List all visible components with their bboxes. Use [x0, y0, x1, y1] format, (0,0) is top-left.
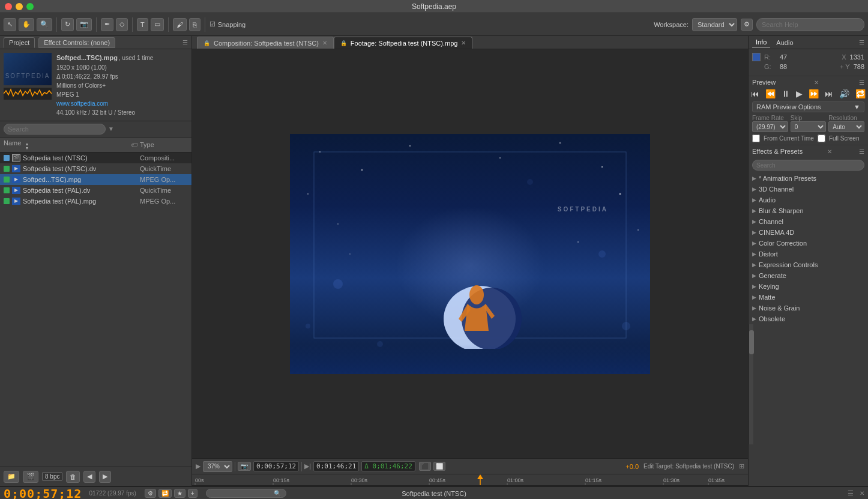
file-item[interactable]: ▶ Softpedia test (PAL).dv QuickTime [0, 185, 191, 196]
effects-item-expression-controls[interactable]: ▶ Expression Controls [749, 259, 868, 270]
file-item[interactable]: ▶ Softpedia test (PAL).mpg MPEG Op... [0, 196, 191, 207]
play-stop-btn[interactable]: ⏸ [780, 88, 792, 99]
file-icon-video2: ▶ [12, 176, 20, 183]
scroll-left-btn[interactable]: ◀ [83, 471, 95, 483]
tool-type[interactable]: T [137, 18, 148, 31]
step-forward-btn[interactable]: ⏩ [807, 88, 821, 99]
frame-rate-select[interactable]: (29.97) [752, 121, 788, 132]
workspace-icon[interactable]: ⚙ [741, 19, 753, 31]
from-current-time-checkbox[interactable] [752, 135, 760, 142]
info-tab[interactable]: Info [752, 37, 770, 47]
snapping-toggle[interactable]: ☑ Snapping [209, 20, 246, 28]
preview-menu-btn[interactable]: ☰ [859, 79, 864, 86]
preview-close-btn[interactable]: ✕ [814, 79, 819, 86]
comp-tab-close-1[interactable]: ✕ [322, 40, 327, 46]
maximize-window-btn[interactable] [26, 3, 34, 10]
effects-item-animation-presets[interactable]: ▶ * Animation Presets [749, 173, 868, 184]
new-composition-btn[interactable]: 🎬 [23, 471, 38, 483]
filter-label-btn[interactable]: 🏷 [128, 139, 140, 151]
search-options-btn[interactable]: ▼ [108, 126, 114, 132]
timecode-in[interactable]: 0;01;46;21 [313, 461, 359, 471]
audio-tab[interactable]: Audio [773, 38, 797, 47]
tl-btn-switches[interactable]: ⚙ [145, 489, 156, 498]
file-item[interactable]: 🎬 Softpedia test (NTSC) Compositi... [0, 153, 191, 163]
footage-tab-1[interactable]: 🔒 Footage: Softpedia test (NTSC).mpg ✕ [334, 37, 473, 49]
new-folder-btn[interactable]: 📁 [4, 471, 19, 483]
loop-btn[interactable]: 🔁 [854, 88, 867, 99]
effects-item-color-correction[interactable]: ▶ Color Correction [749, 238, 868, 249]
zoom-select[interactable]: 37% [203, 461, 232, 472]
sort-arrows[interactable]: ▲▼ [25, 142, 29, 150]
tool-zoom[interactable]: 🔍 [37, 18, 52, 31]
effects-item-generate[interactable]: ▶ Generate [749, 270, 868, 281]
tool-brush[interactable]: 🖌 [173, 18, 187, 31]
viewer-menu-btn[interactable]: ▶ [196, 462, 200, 470]
tool-mask[interactable]: ◇ [116, 18, 128, 31]
tool-camera[interactable]: 📷 [76, 18, 92, 31]
tool-shape[interactable]: ▭ [151, 18, 164, 31]
minimize-window-btn[interactable] [16, 3, 23, 10]
svg-point-11 [577, 241, 579, 243]
effects-item-blur-sharpen[interactable]: ▶ Blur & Sharpen [749, 205, 868, 216]
effects-item-audio[interactable]: ▶ Audio [749, 195, 868, 205]
viewer-frame-advance[interactable]: 📷 [238, 462, 251, 471]
effects-item-obsolete[interactable]: ▶ Obsolete [749, 313, 868, 324]
effects-scrollbar-thumb[interactable] [749, 330, 754, 354]
footage-tab-close-1[interactable]: ✕ [461, 40, 466, 46]
effects-item-cinema4d[interactable]: ▶ CINEMA 4D [749, 227, 868, 238]
tool-rotate[interactable]: ↻ [61, 18, 74, 31]
svg-point-12 [333, 279, 343, 289]
search-help-input[interactable] [756, 18, 864, 31]
play-btn[interactable]: ▶ [794, 88, 804, 99]
toolbar-sep-3 [132, 17, 133, 32]
viewer-region-btn[interactable]: ⬜ [433, 462, 445, 471]
effects-item-3d-channel[interactable]: ▶ 3D Channel [749, 184, 868, 195]
full-screen-checkbox[interactable] [818, 135, 825, 142]
effects-item-noise-grain[interactable]: ▶ Noise & Grain [749, 303, 868, 313]
comp-tab-1[interactable]: 🔒 Composition: Softpedia test (NTSC) ✕ [197, 37, 334, 49]
effect-controls-tab[interactable]: Effect Controls: (none) [38, 37, 115, 48]
info-row-g: G: 88 + Y 788 [752, 62, 864, 71]
resolution-select[interactable]: Auto [828, 121, 864, 132]
tool-arrow[interactable]: ↖ [4, 18, 16, 31]
viewer-jump-in[interactable]: ▶| [304, 462, 311, 470]
tl-btn-mode[interactable]: 🔁 [158, 489, 172, 498]
tool-hand[interactable]: ✋ [19, 18, 34, 31]
panel-menu-btn[interactable]: ☰ [182, 39, 188, 46]
file-item[interactable]: ▶ Softpedia test (NTSC).dv QuickTime [0, 163, 191, 174]
project-tab[interactable]: Project [4, 37, 35, 48]
viewer-fullscreen-btn[interactable]: ⊞ [739, 462, 744, 470]
viewer-snap-btn[interactable]: ⬛ [419, 462, 431, 471]
step-back-btn[interactable]: ⏪ [764, 88, 777, 99]
tl-btn-solo[interactable]: ★ [174, 489, 185, 498]
timeline-close-btn[interactable]: ✕ [860, 490, 864, 497]
timeline-timecode[interactable]: 0;00;57;12 [4, 486, 82, 500]
effects-item-distort[interactable]: ▶ Distort [749, 249, 868, 259]
effects-item-keying[interactable]: ▶ Keying [749, 281, 868, 292]
effects-search-input[interactable] [752, 160, 864, 171]
effects-scrollbar[interactable] [749, 324, 753, 444]
skip-to-start-btn[interactable]: ⏮ [749, 88, 761, 99]
effects-item-channel[interactable]: ▶ Channel [749, 216, 868, 227]
file-item[interactable]: ▶ Softped...TSC).mpg MPEG Op... [0, 174, 191, 185]
timeline-framerate: 01722 (29.97 fps) [89, 490, 136, 497]
effects-item-matte[interactable]: ▶ Matte [749, 292, 868, 303]
skip-select[interactable]: 0 [791, 121, 827, 132]
close-window-btn[interactable] [5, 3, 12, 10]
timecode-display[interactable]: 0;00;57;12 [253, 461, 299, 471]
effects-close-btn[interactable]: ✕ [827, 148, 832, 155]
tool-pen[interactable]: ✒ [101, 18, 113, 31]
tl-btn-add[interactable]: + [188, 489, 197, 498]
audio-toggle-btn[interactable]: 🔊 [837, 88, 851, 99]
project-search-input[interactable] [4, 124, 106, 135]
info-panel-menu[interactable]: ☰ [859, 39, 864, 46]
workspace-select[interactable]: Standard [692, 18, 737, 31]
timeline-search-input[interactable] [211, 490, 271, 497]
skip-to-end-btn[interactable]: ⏭ [823, 88, 835, 99]
effects-menu-btn[interactable]: ☰ [859, 148, 864, 155]
delete-btn[interactable]: 🗑 [66, 471, 80, 483]
scroll-right-btn[interactable]: ▶ [99, 471, 111, 483]
tool-clone[interactable]: ⎘ [189, 18, 200, 31]
ram-preview-options-btn[interactable]: RAM Preview Options ▼ [752, 101, 864, 112]
tl-menu-btn[interactable]: ☰ [848, 489, 854, 497]
